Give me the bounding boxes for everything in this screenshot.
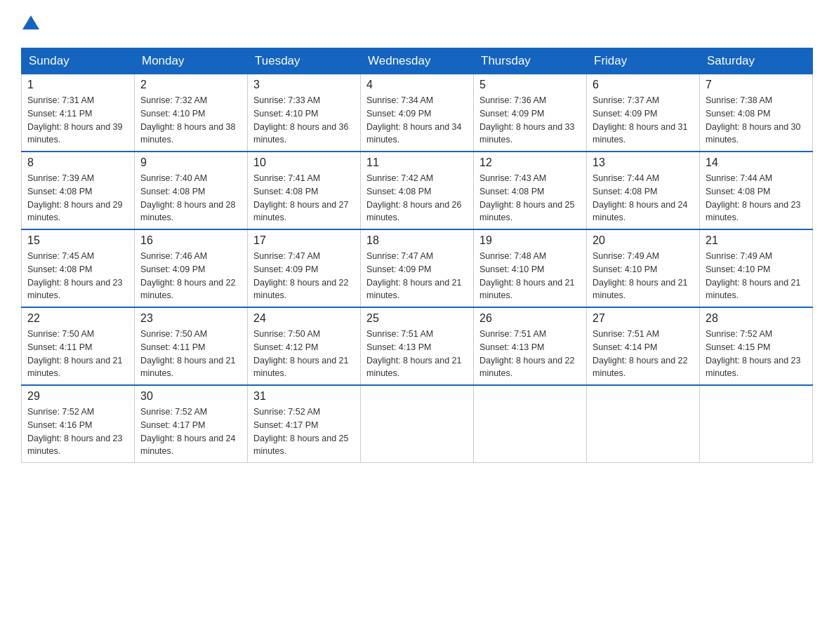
day-info: Sunrise: 7:33 AMSunset: 4:10 PMDaylight:… — [253, 95, 349, 145]
day-number: 24 — [253, 312, 355, 325]
calendar-week-row: 8 Sunrise: 7:39 AMSunset: 4:08 PMDayligh… — [22, 152, 813, 229]
day-number: 6 — [593, 79, 694, 91]
day-info: Sunrise: 7:50 AMSunset: 4:12 PMDaylight:… — [253, 329, 349, 378]
day-info: Sunrise: 7:42 AMSunset: 4:08 PMDaylight:… — [366, 173, 462, 222]
day-info: Sunrise: 7:49 AMSunset: 4:10 PMDaylight:… — [706, 251, 801, 300]
day-info: Sunrise: 7:39 AMSunset: 4:08 PMDaylight:… — [27, 173, 123, 222]
day-info: Sunrise: 7:52 AMSunset: 4:17 PMDaylight:… — [140, 407, 236, 456]
calendar-day-cell: 11 Sunrise: 7:42 AMSunset: 4:08 PMDaylig… — [361, 152, 474, 229]
day-of-week-header: Wednesday — [361, 48, 474, 74]
day-info: Sunrise: 7:51 AMSunset: 4:13 PMDaylight:… — [479, 329, 575, 378]
calendar-day-cell — [474, 385, 587, 463]
day-info: Sunrise: 7:51 AMSunset: 4:14 PMDaylight:… — [593, 329, 688, 378]
calendar-day-cell: 24 Sunrise: 7:50 AMSunset: 4:12 PMDaylig… — [248, 307, 361, 385]
day-info: Sunrise: 7:34 AMSunset: 4:09 PMDaylight:… — [366, 95, 462, 145]
calendar-day-cell: 23 Sunrise: 7:50 AMSunset: 4:11 PMDaylig… — [135, 307, 248, 385]
calendar-day-cell: 26 Sunrise: 7:51 AMSunset: 4:13 PMDaylig… — [474, 307, 587, 385]
calendar-week-row: 29 Sunrise: 7:52 AMSunset: 4:16 PMDaylig… — [22, 385, 813, 463]
calendar-day-cell: 15 Sunrise: 7:45 AMSunset: 4:08 PMDaylig… — [22, 229, 135, 307]
day-info: Sunrise: 7:50 AMSunset: 4:11 PMDaylight:… — [140, 329, 236, 378]
day-number: 7 — [706, 79, 807, 91]
calendar-day-cell: 18 Sunrise: 7:47 AMSunset: 4:09 PMDaylig… — [361, 229, 474, 307]
day-of-week-header: Sunday — [22, 48, 135, 74]
logo — [21, 14, 41, 34]
calendar-week-row: 1 Sunrise: 7:31 AMSunset: 4:11 PMDayligh… — [22, 74, 813, 152]
day-info: Sunrise: 7:36 AMSunset: 4:09 PMDaylight:… — [479, 95, 575, 145]
day-number: 5 — [479, 79, 581, 91]
calendar-week-row: 15 Sunrise: 7:45 AMSunset: 4:08 PMDaylig… — [22, 229, 813, 307]
day-info: Sunrise: 7:52 AMSunset: 4:17 PMDaylight:… — [253, 407, 349, 456]
day-number: 29 — [27, 390, 128, 403]
day-number: 2 — [140, 79, 241, 91]
calendar-day-cell: 8 Sunrise: 7:39 AMSunset: 4:08 PMDayligh… — [22, 152, 135, 229]
day-number: 14 — [706, 156, 807, 169]
calendar-day-cell: 31 Sunrise: 7:52 AMSunset: 4:17 PMDaylig… — [248, 385, 361, 463]
day-number: 31 — [253, 390, 355, 403]
day-info: Sunrise: 7:46 AMSunset: 4:09 PMDaylight:… — [140, 251, 236, 300]
calendar-day-cell: 25 Sunrise: 7:51 AMSunset: 4:13 PMDaylig… — [361, 307, 474, 385]
day-number: 20 — [593, 234, 694, 247]
day-info: Sunrise: 7:44 AMSunset: 4:08 PMDaylight:… — [706, 173, 801, 222]
day-number: 12 — [479, 156, 581, 169]
day-number: 8 — [27, 156, 128, 169]
day-info: Sunrise: 7:31 AMSunset: 4:11 PMDaylight:… — [27, 95, 123, 145]
day-info: Sunrise: 7:41 AMSunset: 4:08 PMDaylight:… — [253, 173, 349, 222]
calendar-day-cell — [700, 385, 813, 463]
calendar-day-cell: 3 Sunrise: 7:33 AMSunset: 4:10 PMDayligh… — [248, 74, 361, 152]
calendar-day-cell: 22 Sunrise: 7:50 AMSunset: 4:11 PMDaylig… — [22, 307, 135, 385]
calendar-day-cell: 28 Sunrise: 7:52 AMSunset: 4:15 PMDaylig… — [700, 307, 813, 385]
day-number: 10 — [253, 156, 355, 169]
day-number: 4 — [366, 79, 468, 91]
day-number: 27 — [593, 312, 694, 325]
calendar-day-cell: 21 Sunrise: 7:49 AMSunset: 4:10 PMDaylig… — [700, 229, 813, 307]
logo-icon — [21, 14, 41, 34]
day-info: Sunrise: 7:52 AMSunset: 4:16 PMDaylight:… — [27, 407, 123, 456]
calendar-table: SundayMondayTuesdayWednesdayThursdayFrid… — [21, 48, 813, 463]
day-info: Sunrise: 7:40 AMSunset: 4:08 PMDaylight:… — [140, 173, 236, 222]
day-number: 30 — [140, 390, 241, 403]
day-of-week-header: Saturday — [700, 48, 813, 74]
day-info: Sunrise: 7:51 AMSunset: 4:13 PMDaylight:… — [366, 329, 462, 378]
calendar-day-cell: 10 Sunrise: 7:41 AMSunset: 4:08 PMDaylig… — [248, 152, 361, 229]
day-of-week-header: Friday — [587, 48, 700, 74]
calendar-day-cell: 13 Sunrise: 7:44 AMSunset: 4:08 PMDaylig… — [587, 152, 700, 229]
day-of-week-header: Thursday — [474, 48, 587, 74]
day-number: 15 — [27, 234, 128, 247]
day-number: 16 — [140, 234, 241, 247]
calendar-day-cell: 2 Sunrise: 7:32 AMSunset: 4:10 PMDayligh… — [135, 74, 248, 152]
calendar-day-cell: 7 Sunrise: 7:38 AMSunset: 4:08 PMDayligh… — [700, 74, 813, 152]
calendar-day-cell: 30 Sunrise: 7:52 AMSunset: 4:17 PMDaylig… — [135, 385, 248, 463]
calendar-day-cell — [361, 385, 474, 463]
calendar-day-cell: 1 Sunrise: 7:31 AMSunset: 4:11 PMDayligh… — [22, 74, 135, 152]
calendar-header-row: SundayMondayTuesdayWednesdayThursdayFrid… — [22, 48, 813, 74]
day-number: 1 — [27, 79, 128, 91]
day-of-week-header: Monday — [135, 48, 248, 74]
day-number: 9 — [140, 156, 241, 169]
day-number: 26 — [479, 312, 581, 325]
calendar-day-cell: 16 Sunrise: 7:46 AMSunset: 4:09 PMDaylig… — [135, 229, 248, 307]
day-number: 11 — [366, 156, 468, 169]
day-info: Sunrise: 7:38 AMSunset: 4:08 PMDaylight:… — [706, 95, 801, 145]
day-info: Sunrise: 7:37 AMSunset: 4:09 PMDaylight:… — [593, 95, 688, 145]
calendar-day-cell: 14 Sunrise: 7:44 AMSunset: 4:08 PMDaylig… — [700, 152, 813, 229]
calendar-day-cell: 19 Sunrise: 7:48 AMSunset: 4:10 PMDaylig… — [474, 229, 587, 307]
day-info: Sunrise: 7:45 AMSunset: 4:08 PMDaylight:… — [27, 251, 123, 300]
day-number: 13 — [593, 156, 694, 169]
calendar-week-row: 22 Sunrise: 7:50 AMSunset: 4:11 PMDaylig… — [22, 307, 813, 385]
calendar-day-cell: 17 Sunrise: 7:47 AMSunset: 4:09 PMDaylig… — [248, 229, 361, 307]
svg-marker-0 — [22, 15, 39, 29]
day-info: Sunrise: 7:48 AMSunset: 4:10 PMDaylight:… — [479, 251, 575, 300]
day-number: 22 — [27, 312, 128, 325]
calendar-day-cell: 12 Sunrise: 7:43 AMSunset: 4:08 PMDaylig… — [474, 152, 587, 229]
calendar-day-cell — [587, 385, 700, 463]
day-number: 21 — [706, 234, 807, 247]
calendar-day-cell: 27 Sunrise: 7:51 AMSunset: 4:14 PMDaylig… — [587, 307, 700, 385]
day-info: Sunrise: 7:44 AMSunset: 4:08 PMDaylight:… — [593, 173, 688, 222]
calendar-day-cell: 4 Sunrise: 7:34 AMSunset: 4:09 PMDayligh… — [361, 74, 474, 152]
day-info: Sunrise: 7:32 AMSunset: 4:10 PMDaylight:… — [140, 95, 236, 145]
day-info: Sunrise: 7:47 AMSunset: 4:09 PMDaylight:… — [253, 251, 349, 300]
calendar-day-cell: 20 Sunrise: 7:49 AMSunset: 4:10 PMDaylig… — [587, 229, 700, 307]
page-header — [21, 14, 813, 34]
day-number: 17 — [253, 234, 355, 247]
calendar-day-cell: 6 Sunrise: 7:37 AMSunset: 4:09 PMDayligh… — [587, 74, 700, 152]
